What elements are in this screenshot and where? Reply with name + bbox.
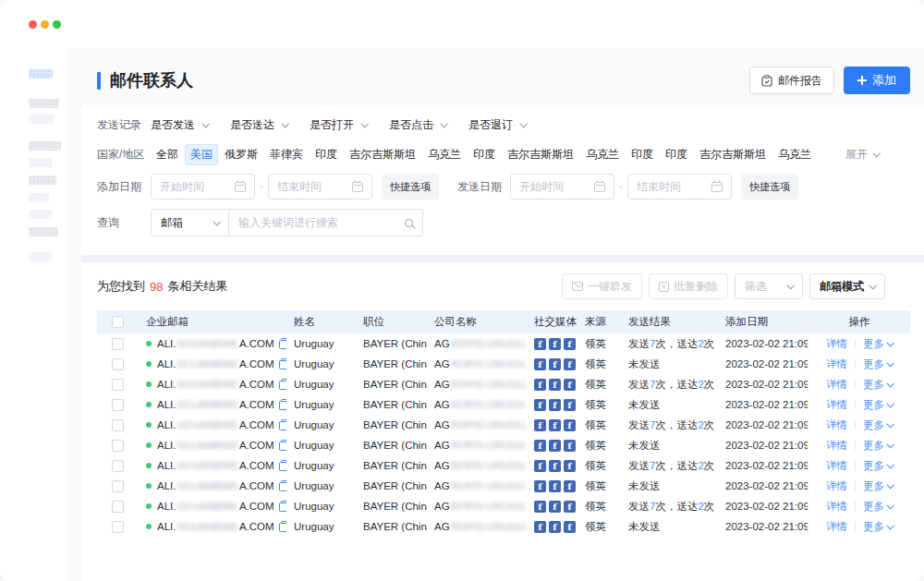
more-link[interactable]: 更多 [863, 520, 893, 534]
facebook-icon[interactable]: f [534, 399, 546, 411]
region-chip[interactable]: 乌克兰 [422, 144, 467, 165]
copy-email-icon[interactable] [279, 419, 286, 430]
add-date-end-field[interactable] [268, 174, 372, 200]
row-checkbox[interactable] [112, 480, 124, 492]
more-link[interactable]: 更多 [863, 378, 893, 392]
copy-email-icon[interactable] [279, 501, 286, 512]
facebook-icon[interactable]: f [549, 419, 561, 431]
facebook-icon[interactable]: f [549, 521, 561, 533]
fullscreen-window-icon[interactable] [53, 20, 61, 29]
facebook-icon[interactable]: f [534, 480, 546, 492]
detail-link[interactable]: 详情 [826, 357, 847, 371]
more-link[interactable]: 更多 [863, 439, 893, 453]
query-input-field[interactable] [229, 209, 423, 236]
facebook-icon[interactable]: f [564, 521, 576, 533]
row-checkbox[interactable] [112, 379, 124, 391]
send-date-end-input[interactable] [637, 180, 706, 193]
row-checkbox[interactable] [112, 358, 124, 370]
row-checkbox[interactable] [112, 399, 124, 411]
copy-email-icon[interactable] [279, 399, 286, 410]
region-chip[interactable]: 乌克兰 [772, 144, 817, 165]
minimize-window-icon[interactable] [41, 20, 49, 29]
facebook-icon[interactable]: f [564, 379, 576, 391]
detail-link[interactable]: 详情 [826, 500, 847, 514]
facebook-icon[interactable]: f [549, 440, 561, 452]
facebook-icon[interactable]: f [564, 480, 576, 492]
send-filter-dropdown[interactable]: 是否打开 [310, 117, 367, 133]
more-link[interactable]: 更多 [863, 357, 893, 371]
search-icon[interactable] [405, 219, 413, 227]
facebook-icon[interactable]: f [534, 521, 546, 533]
more-link[interactable]: 更多 [863, 459, 893, 473]
detail-link[interactable]: 详情 [826, 479, 847, 493]
add-contact-button[interactable]: 添加 [844, 67, 910, 94]
row-checkbox[interactable] [112, 460, 124, 472]
row-checkbox[interactable] [112, 419, 124, 431]
bulk-send-button[interactable]: 一键群发 [562, 273, 642, 299]
send-filter-dropdown[interactable]: 是否退订 [468, 117, 526, 133]
add-date-quick-options-button[interactable]: 快捷选项 [382, 174, 439, 200]
facebook-icon[interactable]: f [534, 338, 546, 350]
detail-link[interactable]: 详情 [826, 337, 847, 351]
search-input[interactable] [238, 216, 399, 229]
mail-report-button[interactable]: 邮件报告 [749, 67, 834, 94]
copy-email-icon[interactable] [279, 338, 286, 349]
region-chip[interactable]: 吉尔吉斯斯坦 [502, 144, 579, 165]
facebook-icon[interactable]: f [534, 440, 546, 452]
send-filter-dropdown[interactable]: 是否发送 [151, 117, 208, 133]
send-filter-dropdown[interactable]: 是否点击 [389, 117, 446, 133]
facebook-icon[interactable]: f [564, 338, 576, 350]
facebook-icon[interactable]: f [564, 460, 576, 472]
region-chip[interactable]: 印度 [310, 144, 343, 165]
region-chip[interactable]: 美国 [185, 144, 218, 165]
add-date-end-input[interactable] [277, 180, 346, 193]
more-link[interactable]: 更多 [863, 398, 893, 412]
facebook-icon[interactable]: f [549, 338, 561, 350]
region-chip[interactable]: 印度 [626, 144, 659, 165]
facebook-icon[interactable]: f [564, 501, 576, 513]
add-date-start-input[interactable] [160, 180, 229, 193]
facebook-icon[interactable]: f [549, 399, 561, 411]
copy-email-icon[interactable] [279, 460, 286, 471]
detail-link[interactable]: 详情 [826, 378, 847, 392]
add-date-start-field[interactable] [151, 174, 255, 200]
detail-link[interactable]: 详情 [826, 459, 847, 473]
detail-link[interactable]: 详情 [826, 520, 847, 534]
facebook-icon[interactable]: f [534, 460, 546, 472]
send-filter-dropdown[interactable]: 是否送达 [230, 117, 287, 133]
copy-email-icon[interactable] [279, 440, 286, 451]
facebook-icon[interactable]: f [534, 419, 546, 431]
row-checkbox[interactable] [112, 501, 124, 513]
filter-select[interactable]: 筛选 [735, 273, 803, 299]
facebook-icon[interactable]: f [564, 358, 576, 370]
send-date-quick-options-button[interactable]: 快捷选项 [741, 174, 798, 200]
region-chip[interactable]: 菲律宾 [264, 144, 309, 165]
detail-link[interactable]: 详情 [826, 398, 847, 412]
region-chip[interactable]: 印度 [468, 144, 501, 165]
copy-email-icon[interactable] [279, 379, 286, 390]
region-chip[interactable]: 印度 [660, 144, 693, 165]
copy-email-icon[interactable] [279, 521, 286, 532]
facebook-icon[interactable]: f [534, 501, 546, 513]
send-date-end-field[interactable] [627, 174, 732, 200]
facebook-icon[interactable]: f [549, 480, 561, 492]
facebook-icon[interactable]: f [549, 460, 561, 472]
select-all-checkbox[interactable] [112, 316, 124, 328]
copy-email-icon[interactable] [279, 358, 286, 369]
facebook-icon[interactable]: f [549, 501, 561, 513]
more-link[interactable]: 更多 [863, 337, 893, 351]
region-chip[interactable]: 俄罗斯 [219, 144, 263, 165]
detail-link[interactable]: 详情 [826, 439, 847, 453]
more-link[interactable]: 更多 [863, 500, 893, 514]
mailbox-mode-select[interactable]: 邮箱模式 [809, 273, 885, 299]
close-window-icon[interactable] [29, 20, 37, 29]
row-checkbox[interactable] [112, 521, 124, 533]
facebook-icon[interactable]: f [564, 419, 576, 431]
send-date-start-input[interactable] [519, 180, 589, 193]
query-type-select[interactable]: 邮箱 [151, 209, 229, 236]
region-chip[interactable]: 吉尔吉斯斯坦 [344, 144, 421, 165]
facebook-icon[interactable]: f [549, 358, 561, 370]
detail-link[interactable]: 详情 [826, 418, 847, 432]
expand-regions-control[interactable]: 展开 [845, 147, 910, 163]
facebook-icon[interactable]: f [564, 440, 576, 452]
